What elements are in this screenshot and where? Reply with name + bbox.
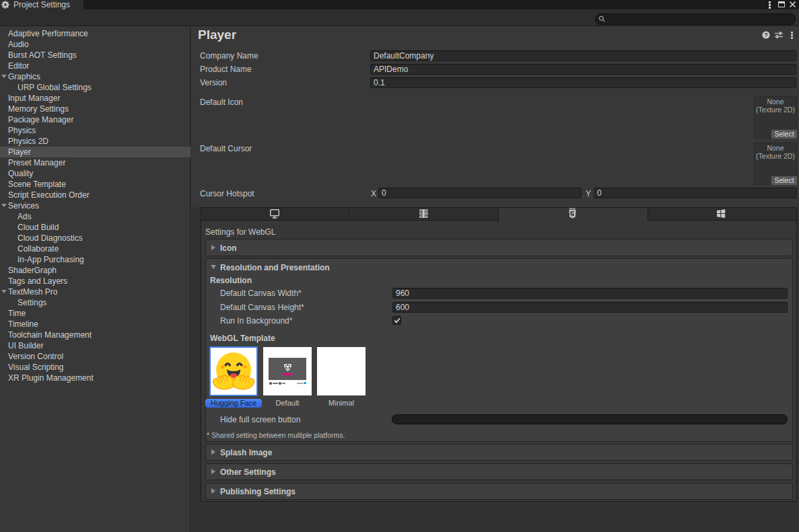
svg-text:?: ? bbox=[764, 32, 768, 38]
